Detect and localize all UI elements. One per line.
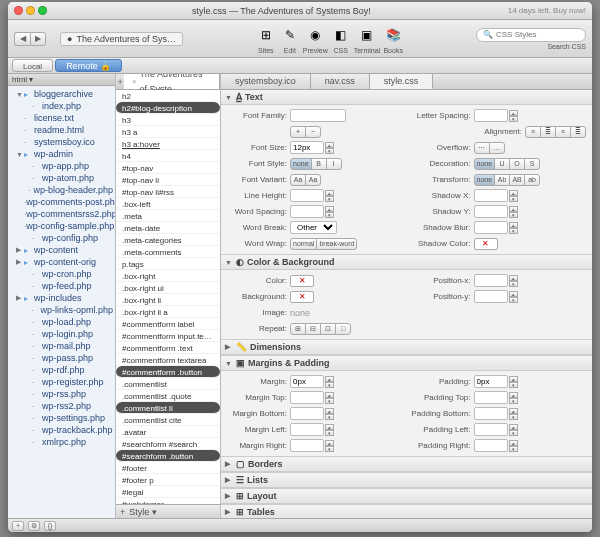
- position-x-input[interactable]: [474, 274, 508, 287]
- tree-item[interactable]: ▶▸wp-includes: [8, 292, 115, 304]
- tree-item[interactable]: ·index.php: [8, 100, 115, 112]
- selector-item[interactable]: .box-right ul: [116, 282, 220, 294]
- selector-item[interactable]: #searchform .button: [116, 450, 220, 462]
- minimize-icon[interactable]: [26, 6, 35, 15]
- step-down-icon[interactable]: ▾: [509, 382, 518, 388]
- shadow-x-input[interactable]: [474, 189, 508, 202]
- selector-item[interactable]: h3 a: [116, 126, 220, 138]
- selector-item[interactable]: #legal: [116, 486, 220, 498]
- selector-item[interactable]: .commentlist: [116, 378, 220, 390]
- zoom-icon[interactable]: [38, 6, 47, 15]
- transform-segments[interactable]: noneAbABab: [474, 174, 541, 186]
- selector-item[interactable]: .commentlist .quote: [116, 390, 220, 402]
- toolbar-sites-button[interactable]: ⊞Sites: [255, 24, 277, 54]
- tree-item[interactable]: ·wp-config-sample.php: [8, 220, 115, 232]
- overflow-segments[interactable]: ⋯…: [474, 142, 505, 154]
- back-button[interactable]: ◀: [14, 32, 30, 46]
- selector-item[interactable]: .commentlist li: [116, 402, 220, 414]
- selector-item[interactable]: .meta-comments: [116, 246, 220, 258]
- tree-item[interactable]: ·wp-comments-post.php: [8, 196, 115, 208]
- alignment-segments[interactable]: ≡≣≡≣: [525, 126, 586, 138]
- editor-tab[interactable]: ×The Adventures of Syste…: [124, 74, 220, 89]
- file-browser-header[interactable]: html ▾: [8, 74, 115, 86]
- step-down-icon[interactable]: ▾: [509, 430, 518, 436]
- titlebar[interactable]: style.css — The Adventures of Systems Bo…: [8, 2, 592, 20]
- margin-right-input[interactable]: [290, 439, 324, 452]
- section-margins-header[interactable]: ▼▣Margins & Padding: [221, 356, 592, 371]
- selector-item[interactable]: .commentlist cite: [116, 414, 220, 426]
- repeat-segments[interactable]: ⊞⊟⊡□: [290, 323, 351, 335]
- selector-item[interactable]: h2: [116, 90, 220, 102]
- step-down-icon[interactable]: ▾: [509, 297, 518, 303]
- close-icon[interactable]: [14, 6, 23, 15]
- tree-item[interactable]: ·wp-rdf.php: [8, 364, 115, 376]
- padding-top-input[interactable]: [474, 391, 508, 404]
- tree-item[interactable]: ·wp-register.php: [8, 376, 115, 388]
- word-spacing-input[interactable]: [290, 205, 324, 218]
- action-button[interactable]: ⚙: [28, 521, 40, 531]
- selector-item[interactable]: .box-right li: [116, 294, 220, 306]
- add-selector-button[interactable]: +: [120, 507, 125, 517]
- shadow-color-well[interactable]: [474, 238, 498, 250]
- selector-item[interactable]: #commentform .text: [116, 342, 220, 354]
- margin-left-input[interactable]: [290, 423, 324, 436]
- color-well[interactable]: [290, 275, 314, 287]
- step-down-icon[interactable]: ▾: [509, 228, 518, 234]
- section-tables-header[interactable]: ▶⊞Tables: [221, 505, 592, 518]
- padding-bottom-input[interactable]: [474, 407, 508, 420]
- step-down-icon[interactable]: ▾: [509, 212, 518, 218]
- font-size-input[interactable]: [290, 141, 324, 154]
- section-lists-header[interactable]: ▶☰Lists: [221, 473, 592, 488]
- tree-item[interactable]: ·wp-cron.php: [8, 268, 115, 280]
- line-height-input[interactable]: [290, 189, 324, 202]
- padding-left-input[interactable]: [474, 423, 508, 436]
- tree-item[interactable]: ·wp-feed.php: [8, 280, 115, 292]
- padding-right-input[interactable]: [474, 439, 508, 452]
- selector-item[interactable]: #commentform input.text, #…: [116, 330, 220, 342]
- local-tab[interactable]: Local: [12, 59, 53, 72]
- selector-item[interactable]: .meta-categories: [116, 234, 220, 246]
- selector-item[interactable]: #top-nav: [116, 162, 220, 174]
- tree-item[interactable]: ▶▸wp-content: [8, 244, 115, 256]
- step-down-icon[interactable]: ▾: [509, 116, 518, 122]
- step-down-icon[interactable]: ▾: [509, 281, 518, 287]
- tree-item[interactable]: ·xmlrpc.php: [8, 436, 115, 448]
- tree-item[interactable]: ·wp-mail.php: [8, 340, 115, 352]
- tree-item[interactable]: ·wp-app.php: [8, 160, 115, 172]
- selector-item[interactable]: h3: [116, 114, 220, 126]
- step-down-icon[interactable]: ▾: [325, 430, 334, 436]
- step-down-icon[interactable]: ▾: [509, 398, 518, 404]
- margin-top-input[interactable]: [290, 391, 324, 404]
- section-borders-header[interactable]: ▶▢Borders: [221, 457, 592, 472]
- tree-item[interactable]: ·wp-commentsrss2.php: [8, 208, 115, 220]
- tree-item[interactable]: ·license.txt: [8, 112, 115, 124]
- search-field[interactable]: 🔍: [476, 28, 586, 42]
- shadow-y-input[interactable]: [474, 205, 508, 218]
- tree-item[interactable]: ·wp-atom.php: [8, 172, 115, 184]
- step-down-icon[interactable]: ▾: [325, 148, 334, 154]
- font-style-segments[interactable]: noneBI: [290, 158, 342, 170]
- tree-item[interactable]: ·wp-settings.php: [8, 412, 115, 424]
- selector-item[interactable]: #footer p: [116, 474, 220, 486]
- selector-item[interactable]: .box-left: [116, 198, 220, 210]
- selector-item[interactable]: h2#blog-description: [116, 102, 220, 114]
- padding-input[interactable]: [474, 375, 508, 388]
- tree-item[interactable]: ·wp-rss2.php: [8, 400, 115, 412]
- selector-item[interactable]: .meta: [116, 210, 220, 222]
- selector-item[interactable]: #searchform #search: [116, 438, 220, 450]
- toolbar-preview-button[interactable]: ◉Preview: [303, 24, 328, 54]
- position-y-input[interactable]: [474, 290, 508, 303]
- step-down-icon[interactable]: ▾: [325, 196, 334, 202]
- search-input[interactable]: [496, 30, 576, 39]
- forward-button[interactable]: ▶: [30, 32, 46, 46]
- selector-item[interactable]: .avatar: [116, 426, 220, 438]
- tree-item[interactable]: ·wp-pass.php: [8, 352, 115, 364]
- selector-item[interactable]: #commentform label: [116, 318, 220, 330]
- selector-item[interactable]: #footer: [116, 462, 220, 474]
- step-down-icon[interactable]: ▾: [325, 414, 334, 420]
- tree-item[interactable]: ▶▸wp-content-orig: [8, 256, 115, 268]
- margin-input[interactable]: [290, 375, 324, 388]
- step-down-icon[interactable]: ▾: [325, 446, 334, 452]
- font-variant-segments[interactable]: AaAa: [290, 174, 321, 186]
- selector-item[interactable]: #top-nav li#rss: [116, 186, 220, 198]
